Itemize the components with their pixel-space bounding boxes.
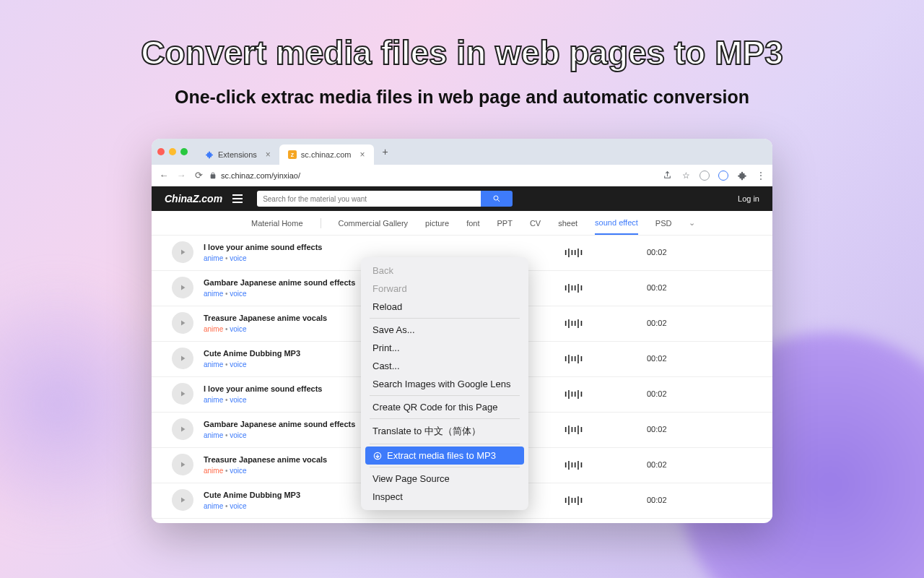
close-tab-icon[interactable]: ×: [360, 150, 365, 160]
ctx-reload[interactable]: Reload: [365, 298, 524, 316]
tag-link[interactable]: anime: [204, 290, 223, 298]
waveform-icon: ı|ıı|ı: [565, 247, 608, 257]
ctx-separator: [370, 395, 520, 396]
sound-duration: 00:02: [647, 354, 667, 363]
play-icon: [178, 460, 187, 469]
tag-link[interactable]: voice: [230, 467, 246, 475]
tag-link[interactable]: anime: [204, 467, 223, 475]
browser-tab[interactable]: Extensions ×: [196, 144, 279, 165]
url-text[interactable]: sc.chinaz.com/yinxiao/: [221, 171, 300, 180]
tag-link[interactable]: voice: [230, 431, 246, 439]
play-button[interactable]: [172, 348, 193, 369]
ctx-print[interactable]: Print...: [365, 339, 524, 357]
nav-picture[interactable]: picture: [425, 212, 449, 234]
play-icon: [178, 354, 187, 363]
play-icon: [178, 496, 187, 504]
ctx-google-lens[interactable]: Search Images with Google Lens: [365, 375, 524, 393]
ctx-extract-label: Extract media files to MP3: [387, 450, 496, 461]
share-icon[interactable]: [661, 170, 673, 181]
nav-ppt[interactable]: PPT: [497, 212, 513, 234]
play-button[interactable]: [172, 383, 193, 405]
search-input[interactable]: [257, 191, 481, 207]
extension-icon[interactable]: [699, 170, 710, 181]
ctx-separator: [370, 444, 520, 444]
menu-icon[interactable]: ⋮: [755, 170, 767, 181]
site-logo[interactable]: ChinaZ.com: [165, 193, 222, 204]
play-button[interactable]: [172, 312, 193, 334]
close-tab-icon[interactable]: ×: [266, 150, 271, 160]
puzzle-icon: [205, 150, 214, 159]
waveform-icon: ı|ıı|ı: [565, 282, 608, 293]
maximize-window-button[interactable]: [180, 148, 188, 155]
tag-link[interactable]: anime: [204, 502, 223, 510]
new-tab-button[interactable]: +: [378, 144, 393, 159]
tag-link[interactable]: voice: [230, 254, 246, 262]
forward-button[interactable]: →: [175, 169, 188, 182]
waveform-icon: ı|ıı|ı: [565, 389, 608, 399]
ctx-separator: [370, 318, 520, 319]
site-nav: Material Home Commercial Gallery picture…: [152, 211, 772, 236]
nav-material-home[interactable]: Material Home: [251, 212, 303, 234]
tag-link[interactable]: voice: [230, 325, 246, 333]
nav-sheet[interactable]: sheet: [558, 212, 578, 234]
sound-title[interactable]: I love your anime sound effects: [204, 243, 391, 251]
tag-link[interactable]: anime: [204, 325, 223, 333]
ctx-back[interactable]: Back: [365, 262, 524, 280]
play-icon: [178, 319, 187, 327]
sound-duration: 00:02: [647, 389, 667, 398]
hamburger-menu-icon[interactable]: [232, 194, 243, 203]
login-link[interactable]: Log in: [738, 194, 759, 203]
tag-link[interactable]: anime: [204, 361, 223, 368]
ctx-save-as[interactable]: Save As...: [365, 321, 524, 339]
waveform-icon: ı|ıı|ı: [565, 424, 608, 434]
tab-title: Extensions: [218, 150, 257, 159]
back-button[interactable]: ←: [157, 169, 170, 182]
play-button[interactable]: [172, 241, 193, 263]
waveform-icon: ı|ıı|ı: [565, 353, 608, 363]
reload-button[interactable]: ⟳: [192, 169, 205, 182]
site-search: [257, 191, 513, 207]
tag-link[interactable]: voice: [230, 361, 246, 368]
nav-font[interactable]: font: [466, 212, 479, 234]
site-header: ChinaZ.com Log in: [152, 186, 772, 211]
tag-link[interactable]: voice: [230, 502, 246, 510]
ctx-view-source[interactable]: View Page Source: [365, 470, 524, 488]
close-window-button[interactable]: [157, 148, 165, 155]
tag-link[interactable]: anime: [204, 396, 223, 404]
ctx-forward[interactable]: Forward: [365, 280, 524, 298]
sound-duration: 00:02: [647, 283, 667, 292]
svg-line-3: [498, 200, 500, 202]
play-button[interactable]: [172, 418, 193, 440]
nav-sound-effect[interactable]: sound effect: [595, 212, 638, 235]
extensions-puzzle-icon[interactable]: [736, 170, 748, 181]
chevron-down-icon[interactable]: ⌄: [689, 218, 695, 228]
waveform-icon: ı|ıı|ı: [565, 318, 608, 328]
search-button[interactable]: [481, 191, 513, 207]
tag-link[interactable]: voice: [230, 396, 246, 404]
tab-title: sc.chinaz.com: [301, 150, 352, 159]
bookmark-icon[interactable]: ☆: [680, 170, 692, 181]
ctx-inspect[interactable]: Inspect: [365, 488, 524, 506]
svg-text:Z: Z: [291, 152, 295, 158]
nav-psd[interactable]: PSD: [655, 212, 672, 234]
play-button[interactable]: [172, 454, 193, 475]
ctx-qr-code[interactable]: Create QR Code for this Page: [365, 398, 524, 416]
browser-tabbar: Extensions × Z sc.chinaz.com × +: [152, 139, 772, 165]
tag-link[interactable]: anime: [204, 431, 223, 439]
tag-link[interactable]: anime: [204, 254, 223, 262]
play-button[interactable]: [172, 277, 193, 298]
browser-tab[interactable]: Z sc.chinaz.com ×: [279, 144, 374, 165]
ctx-extract-mp3[interactable]: Extract media files to MP3: [365, 447, 524, 465]
sound-duration: 00:02: [647, 496, 667, 504]
nav-commercial-gallery[interactable]: Commercial Gallery: [339, 212, 409, 234]
window-controls: [157, 148, 188, 155]
extension-icon[interactable]: [718, 170, 729, 181]
tag-link[interactable]: voice: [230, 290, 246, 298]
context-menu: Back Forward Reload Save As... Print... …: [361, 257, 528, 510]
ctx-cast[interactable]: Cast...: [365, 357, 524, 375]
search-icon: [492, 194, 501, 203]
nav-cv[interactable]: CV: [530, 212, 541, 234]
play-button[interactable]: [172, 489, 193, 511]
minimize-window-button[interactable]: [169, 148, 176, 155]
ctx-translate[interactable]: Translate to 中文（简体）: [365, 421, 524, 441]
